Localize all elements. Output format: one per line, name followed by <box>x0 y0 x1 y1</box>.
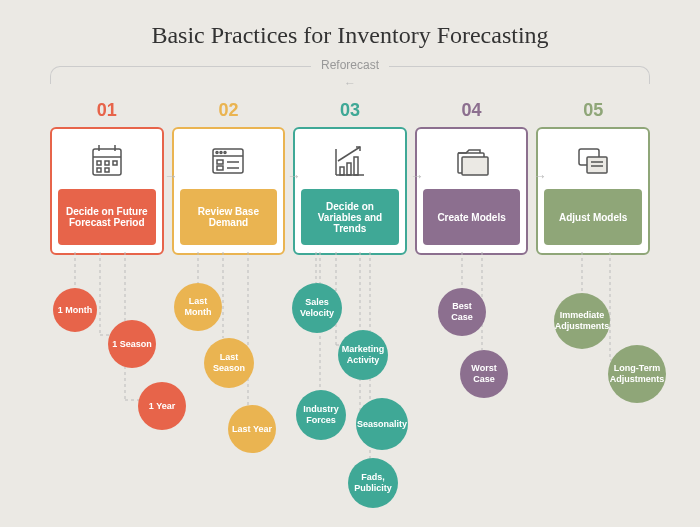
step-card: Review Base Demand <box>172 127 286 255</box>
bubble: Best Case <box>438 288 486 336</box>
svg-point-12 <box>220 152 222 154</box>
step-card: Decide on Variables and Trends <box>293 127 407 255</box>
bubble: Worst Case <box>460 350 508 398</box>
step-number: 05 <box>583 100 603 121</box>
svg-rect-8 <box>105 168 109 172</box>
svg-rect-26 <box>587 157 607 173</box>
arrow-icon: → <box>164 168 178 184</box>
reforecast-arrow-icon: ← <box>344 76 356 91</box>
step-number: 02 <box>218 100 238 121</box>
bubble: 1 Month <box>53 288 97 332</box>
folder-icon <box>452 137 492 185</box>
svg-point-11 <box>216 152 218 154</box>
svg-rect-6 <box>113 161 117 165</box>
bubble: 1 Year <box>138 382 186 430</box>
svg-point-13 <box>224 152 226 154</box>
svg-rect-5 <box>105 161 109 165</box>
steps-row: 01 Decide on Future Forecast Period 02 R… <box>50 100 650 255</box>
step-label: Adjust Models <box>544 189 642 245</box>
svg-rect-24 <box>462 157 488 175</box>
step-number: 03 <box>340 100 360 121</box>
step-04: 04 Create Models <box>415 100 529 255</box>
reforecast-loop: Reforecast ← <box>50 66 650 96</box>
bubble: Seasonality <box>356 398 408 450</box>
svg-rect-20 <box>340 167 344 175</box>
svg-rect-22 <box>354 157 358 175</box>
calendar-icon <box>87 137 127 185</box>
chart-up-icon <box>330 137 370 185</box>
arrow-icon: → <box>287 168 301 184</box>
svg-rect-14 <box>217 160 223 164</box>
svg-rect-4 <box>97 161 101 165</box>
browser-icon <box>208 137 248 185</box>
bubble: Immediate Adjustments <box>554 293 610 349</box>
step-label: Decide on Future Forecast Period <box>58 189 156 245</box>
bubble: Sales Velocity <box>292 283 342 333</box>
svg-rect-21 <box>347 163 351 175</box>
step-label: Decide on Variables and Trends <box>301 189 399 245</box>
step-label: Review Base Demand <box>180 189 278 245</box>
reforecast-label: Reforecast <box>311 58 389 72</box>
step-03: 03 Decide on Variables and Trends <box>293 100 407 255</box>
bubble: Industry Forces <box>296 390 346 440</box>
step-card: Decide on Future Forecast Period <box>50 127 164 255</box>
bubble: 1 Season <box>108 320 156 368</box>
bubble: Last Season <box>204 338 254 388</box>
documents-icon <box>573 137 613 185</box>
step-label: Create Models <box>423 189 521 245</box>
bubble: Last Year <box>228 405 276 453</box>
arrow-icon: → <box>533 168 547 184</box>
step-05: 05 Adjust Models <box>536 100 650 255</box>
svg-rect-15 <box>217 166 223 170</box>
step-02: 02 Review Base Demand <box>172 100 286 255</box>
svg-rect-7 <box>97 168 101 172</box>
step-card: Create Models <box>415 127 529 255</box>
page-title: Basic Practices for Inventory Forecastin… <box>0 0 700 49</box>
step-01: 01 Decide on Future Forecast Period <box>50 100 164 255</box>
bubble: Long-Term Adjustments <box>608 345 666 403</box>
arrow-icon: → <box>410 168 424 184</box>
bubble: Marketing Activity <box>338 330 388 380</box>
bubble: Last Month <box>174 283 222 331</box>
step-card: Adjust Models <box>536 127 650 255</box>
step-number: 04 <box>462 100 482 121</box>
bubble: Fads, Publicity <box>348 458 398 508</box>
step-number: 01 <box>97 100 117 121</box>
